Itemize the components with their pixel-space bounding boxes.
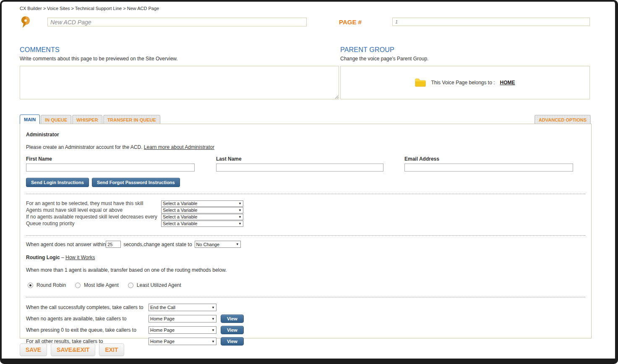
comments-title: COMMENTS [20,46,339,54]
tab-main[interactable]: MAIN [20,114,40,124]
routing-dash: – [61,255,64,260]
chevron-down-icon: ▼ [211,340,215,343]
parent-group-section: PARENT GROUP Change the voice page's Par… [340,46,590,101]
chevron-down-icon: ▼ [238,202,242,205]
all-other-results-select[interactable]: Home Page ▼ [149,338,216,345]
page-number-label: PAGE # [339,18,362,26]
result-row-label: For all other results, take callers to [26,338,149,344]
send-forgot-password-instructions-button[interactable]: Send Forgot Password Instructions [92,178,180,187]
comments-section: COMMENTS Write comments about this page … [20,46,339,101]
email-address-label: Email Address [404,156,573,162]
parent-group-title: PARENT GROUP [340,46,590,54]
chevron-down-icon: ▼ [238,215,242,219]
press-zero-select[interactable]: Home Page ▼ [149,326,216,334]
routing-description: When more than 1 agent is available, tra… [26,267,585,273]
no-answer-prefix: When agent does not answer within [26,242,106,247]
email-address-input[interactable] [404,164,573,172]
no-agents-select[interactable]: Home Page ▼ [149,315,216,322]
page-header: PAGE # [2,16,615,38]
belongs-to-text: This Voice Page belongs to : [431,80,495,86]
radio-round-robin[interactable] [28,283,33,288]
chevron-down-icon: ▼ [238,208,242,212]
radio-round-robin-label[interactable]: Round Robin [37,282,66,288]
view-button[interactable]: View [221,315,244,323]
dotted-separator [26,297,585,297]
parent-group-description: Change the voice page's Parent Group. [340,56,590,62]
radio-most-idle-agent-label[interactable]: Most Idle Agent [84,282,119,288]
skill-row-label: Queue routing priority [26,221,161,226]
skill-row-label: Agents must have skill level equal or ab… [26,207,161,213]
administrator-title: Administrator [26,132,585,138]
tab-in-queue[interactable]: IN QUEUE [41,115,71,124]
administrator-fields: First Name Last Name Email Address [26,156,585,172]
tab-advanced-options[interactable]: ADVANCED OPTIONS [535,115,591,124]
skill-settings: For an agent to be selected, they must h… [26,200,585,227]
comments-description: Write comments about this page to be pre… [20,56,339,62]
result-routing: When the call successfully completes, ta… [26,303,585,346]
last-name-input[interactable] [216,164,383,172]
page-number-input[interactable] [392,18,590,26]
chevron-down-icon: ▼ [236,242,239,246]
radio-least-utilized-agent-label[interactable]: Least Utilized Agent [137,282,181,288]
last-name-label: Last Name [216,156,383,162]
view-button[interactable]: View [221,326,244,334]
skill-row-label: For an agent to be selected, they must h… [26,200,161,206]
dotted-separator [26,194,585,194]
agent-state-select[interactable]: No Change ▼ [195,241,241,248]
skill-decrease-select[interactable]: Select a Variable ▼ [161,214,243,220]
queue-priority-select[interactable]: Select a Variable ▼ [161,221,243,227]
tab-whisper[interactable]: WHISPER [72,115,102,124]
parent-group-home-link[interactable]: HOME [500,80,515,86]
no-answer-middle: seconds,change agent state to [123,242,192,247]
routing-logic-title: Routing Logic [26,255,60,260]
breadcrumb[interactable]: CX Builder > Voice Sites > Technical Sup… [20,6,615,11]
voice-page-icon [21,16,30,29]
learn-more-administrator-link[interactable]: Learn more about Administrator [144,144,214,150]
first-name-label: First Name [26,156,195,162]
how-it-works-link[interactable]: How it Works [65,255,95,260]
administrator-intro-text: Please create an Administrator account f… [26,144,142,150]
chevron-down-icon: ▼ [211,306,215,309]
chevron-down-icon: ▼ [211,328,215,332]
chevron-down-icon: ▼ [211,317,215,321]
skill-level-select[interactable]: Select a Variable ▼ [161,207,243,213]
radio-most-idle-agent[interactable] [75,283,81,288]
routing-options: Round Robin Most Idle Agent Least Utiliz… [26,282,585,288]
page-name-input[interactable] [47,18,307,26]
skill-variable-select[interactable]: Select a Variable ▼ [161,200,243,207]
comments-textarea[interactable] [20,66,339,99]
no-answer-seconds-input[interactable] [106,241,121,248]
tab-transfer-in-queue[interactable]: TRANSFER IN QUEUE [103,115,160,124]
skill-row-label: If no agents available requested skill l… [26,214,161,220]
view-button[interactable]: View [221,337,244,346]
no-answer-row: When agent does not answer within second… [26,241,585,248]
chevron-down-icon: ▼ [238,222,242,226]
dotted-separator [26,235,585,236]
call-completes-select[interactable]: End the Call ▼ [149,304,216,311]
result-row-label: When the call successfully completes, ta… [26,304,149,310]
send-login-instructions-button[interactable]: Send Login Instructions [26,178,89,187]
first-name-input[interactable] [26,164,195,172]
radio-least-utilized-agent[interactable] [128,283,133,288]
main-tab-panel: Administrator Please create an Administr… [20,124,592,338]
result-row-label: When pressing 0 to exit the queue, take … [26,327,149,333]
result-row-label: When no agents are available, take calle… [26,316,149,322]
folder-icon [415,78,426,87]
app-window: CX Builder > Voice Sites > Technical Sup… [0,0,618,364]
tab-bar: MAIN IN QUEUE WHISPER TRANSFER IN QUEUE … [20,114,592,124]
parent-group-box: This Voice Page belongs to : HOME [340,66,590,99]
